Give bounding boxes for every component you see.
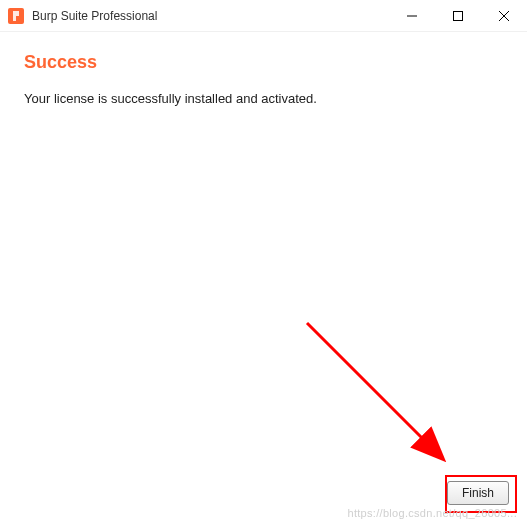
window-controls [389, 0, 527, 31]
window-titlebar: Burp Suite Professional [0, 0, 527, 32]
watermark-text: https://blog.csdn.net/qq_26005... [347, 507, 517, 519]
content-area: Success Your license is successfully ins… [0, 32, 527, 523]
success-heading: Success [24, 52, 503, 73]
svg-rect-2 [454, 12, 463, 21]
window-title: Burp Suite Professional [32, 9, 389, 23]
success-message: Your license is successfully installed a… [24, 91, 503, 106]
svg-line-6 [307, 323, 442, 458]
maximize-button[interactable] [435, 0, 481, 32]
close-button[interactable] [481, 0, 527, 32]
annotation-arrow [277, 293, 477, 493]
finish-button[interactable]: Finish [447, 481, 509, 505]
minimize-button[interactable] [389, 0, 435, 32]
app-icon [8, 8, 24, 24]
